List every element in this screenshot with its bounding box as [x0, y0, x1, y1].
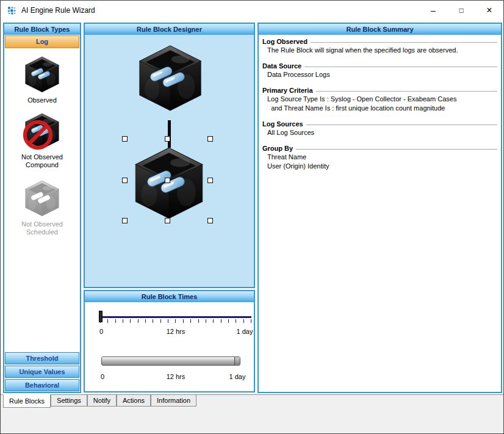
slider2-label-0: 0	[101, 373, 104, 380]
rule-type-observed-label: Observed	[13, 96, 71, 104]
log-not-observed-scheduled-cube-icon	[23, 179, 61, 218]
rule-block-times-panel: Rule Block Times 0 12 hrs 1 day 0 12 hrs…	[84, 290, 255, 392]
section-line: Log Source Type Is : Syslog - Open Colle…	[267, 95, 497, 103]
selection-handle-nw[interactable]	[122, 136, 128, 142]
section-title: Log Sources	[262, 120, 303, 128]
wizard-tabstrip: Rule Blocks Settings Notify Actions Info…	[1, 395, 503, 408]
rule-block-designer-header: Rule Block Designer	[85, 24, 254, 35]
log-observed-cube-icon	[23, 55, 61, 94]
time-range-bar[interactable]	[101, 356, 240, 366]
section-divider	[304, 67, 497, 67]
rule-block-times-header: Rule Block Times	[85, 291, 254, 302]
selection-handle-sw[interactable]	[122, 218, 128, 223]
section-divider	[306, 125, 497, 125]
bottom-bar: Rule Blocks Settings Notify Actions Info…	[1, 394, 503, 434]
rule-block-types-panel: Rule Block Types Log Observed Not Observ…	[3, 23, 81, 393]
section-line: All Log Sources	[267, 129, 497, 137]
selection-handle-n[interactable]	[165, 136, 170, 142]
category-behavioral-button[interactable]: Behavioral	[5, 379, 79, 391]
summary-section-primary-criteria: Primary Criteria Log Source Type Is : Sy…	[262, 87, 497, 112]
app-logo-icon	[7, 5, 16, 15]
time-slider-thumb[interactable]	[99, 311, 103, 322]
selection-handle-w[interactable]	[122, 178, 128, 183]
section-divider	[311, 42, 497, 43]
summary-section-log-sources: Log Sources All Log Sources	[262, 120, 497, 137]
window-titlebar: AI Engine Rule Wizard – □ ×	[1, 1, 503, 20]
tab-notify[interactable]: Notify	[87, 395, 117, 407]
rule-block-designer-panel: Rule Block Designer	[84, 23, 255, 288]
rule-type-not-observed-compound-label: Not Observed Compound	[13, 153, 71, 169]
section-line: and Threat Name Is : first unique locati…	[267, 104, 497, 112]
selection-handle-se[interactable]	[207, 218, 213, 223]
prohibition-icon	[21, 118, 55, 152]
section-title: Data Source	[262, 62, 301, 70]
slider2-label-12hrs: 12 hrs	[167, 373, 185, 380]
close-button[interactable]: ×	[475, 1, 503, 20]
log-not-observed-prohibited-cube-icon	[23, 112, 61, 151]
tab-information[interactable]: Information	[151, 395, 196, 407]
tab-actions[interactable]: Actions	[117, 395, 151, 407]
window-title: AI Engine Rule Wizard	[21, 6, 95, 15]
tab-rule-blocks[interactable]: Rule Blocks	[3, 394, 51, 408]
section-line: Threat Name	[267, 153, 497, 161]
slider1-label-12hrs: 12 hrs	[167, 328, 185, 335]
summary-section-group-by: Group By Threat Name User (Origin) Ident…	[262, 145, 497, 170]
rule-type-observed[interactable]: Observed	[4, 55, 80, 104]
left-panel-spacer	[4, 236, 80, 352]
summary-section-log-observed: Log Observed The Rule Block will signal …	[262, 38, 497, 54]
section-line: The Rule Block will signal when the spec…	[267, 46, 497, 54]
section-title: Group By	[262, 145, 293, 152]
rule-block-summary-panel: Rule Block Summary Log Observed The Rule…	[257, 23, 502, 393]
time-range-thumb[interactable]	[234, 357, 240, 365]
rule-block-summary-header: Rule Block Summary	[259, 24, 501, 35]
maximize-button[interactable]: □	[447, 1, 475, 20]
section-divider	[316, 91, 497, 92]
selection-handle-ne[interactable]	[207, 136, 213, 142]
slider2-label-1day: 1 day	[229, 373, 246, 380]
category-threshold-button[interactable]: Threshold	[5, 352, 79, 364]
rule-type-not-observed-compound[interactable]: Not Observed Compound	[4, 112, 80, 169]
window-controls: – □ ×	[419, 1, 503, 20]
ai-engine-rule-wizard-window: AI Engine Rule Wizard – □ × Rule Block T…	[0, 0, 504, 434]
selection-handle-e[interactable]	[207, 178, 213, 183]
category-log-button[interactable]: Log	[5, 35, 79, 48]
times-body: 0 12 hrs 1 day 0 12 hrs 1 day	[85, 302, 254, 391]
tab-settings[interactable]: Settings	[51, 395, 87, 407]
section-line: Data Processor Logs	[267, 71, 497, 79]
slider1-label-1day: 1 day	[237, 328, 253, 335]
category-unique-values-button[interactable]: Unique Values	[5, 366, 79, 378]
rule-block-types-header: Rule Block Types	[4, 24, 80, 35]
time-slider-track[interactable]	[100, 316, 251, 318]
rule-type-not-observed-scheduled: Not Observed Scheduled	[4, 179, 80, 236]
section-title: Primary Criteria	[262, 87, 313, 94]
rule-type-not-observed-scheduled-label: Not Observed Scheduled	[13, 220, 71, 236]
summary-section-data-source: Data Source Data Processor Logs	[262, 62, 497, 79]
summary-body: Log Observed The Rule Block will signal …	[259, 35, 501, 181]
time-slider-ticks	[100, 319, 252, 323]
selection-handle-center[interactable]	[165, 178, 170, 183]
slider1-label-0: 0	[99, 328, 103, 335]
section-title: Log Observed	[262, 38, 308, 45]
section-line: User (Origin) Identity	[267, 162, 497, 170]
designer-canvas[interactable]	[85, 35, 254, 287]
minimize-button[interactable]: –	[419, 1, 447, 20]
section-divider	[296, 149, 497, 150]
rule-block-cube-selected[interactable]	[132, 144, 206, 222]
selection-handle-s[interactable]	[165, 218, 170, 223]
rule-block-cube-upper[interactable]	[136, 42, 204, 114]
